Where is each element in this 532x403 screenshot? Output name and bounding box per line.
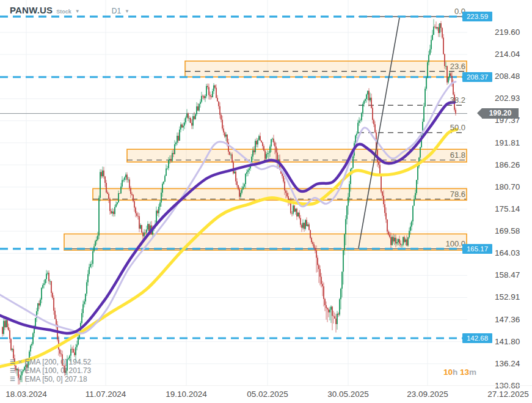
price-tick: 214.04 (495, 50, 520, 59)
indicator-label: EMA [50, 0] 207.18 (25, 375, 87, 383)
indicator-label: EMA [100, 0] 201.73 (25, 366, 92, 375)
date-tick: 23.09.2025 (407, 390, 448, 399)
price-tick: 136.24 (495, 359, 520, 368)
fib-level-label: 50.0 (429, 123, 465, 132)
symbol-dropdown-caret-icon[interactable]: ▼ (75, 9, 80, 14)
countdown-segment: m (469, 368, 476, 377)
fib-level-label: 0.0 (429, 7, 465, 16)
date-tick: 11.07.2024 (86, 390, 126, 399)
countdown-segment: 10 (443, 368, 453, 377)
price-tick: 164.03 (495, 248, 520, 257)
fib-level-label: 23.6 (429, 62, 465, 71)
ema-lines-layer (0, 82, 457, 367)
chart-plot-area[interactable]: PANW.US Stock ▼ D1 ▼ 0.023.638.250.061.8… (0, 0, 467, 385)
fib-level-label: 100.0 (429, 239, 465, 248)
date-tick: 18.03.2024 (5, 390, 47, 399)
time-axis[interactable]: 18.03.202411.07.202419.10.202405.02.2025… (0, 385, 532, 403)
price-tick: 202.93 (495, 94, 520, 103)
price-tick: 141.80 (495, 337, 520, 346)
price-tick: 147.36 (495, 315, 520, 324)
indicator-label: EMA [200, 0] 194.52 (25, 358, 92, 366)
date-tick: 27.12.2025 (487, 390, 529, 399)
indicator-remove-icon[interactable]: ✕ (18, 377, 23, 382)
timeframe-dropdown-caret-icon[interactable]: ▼ (125, 9, 129, 14)
indicator-settings-icon[interactable]: ☰ (10, 359, 15, 365)
price-line-tag: 142.68 (462, 333, 492, 343)
fib-level-label: 38.2 (429, 95, 465, 105)
chart-header: PANW.US Stock ▼ D1 ▼ (10, 5, 129, 15)
price-tick: 186.26 (495, 160, 520, 169)
fib-level-label: 78.6 (429, 190, 465, 199)
price-tick: 169.58 (495, 226, 520, 235)
price-tick: 152.91 (495, 292, 520, 301)
trading-platform-window: PANW.US Stock ▼ D1 ▼ 0.023.638.250.061.8… (0, 0, 532, 403)
instrument-type-label: Stock (56, 9, 71, 15)
countdown-segment: 13 (460, 368, 469, 377)
candle-countdown-timer: 10h 13m (443, 368, 476, 377)
indicator-remove-icon[interactable]: ✕ (18, 360, 23, 365)
price-tick: 175.14 (495, 204, 520, 213)
price-tick: 180.70 (495, 182, 520, 191)
indicator-settings-icon[interactable]: ☰ (10, 368, 15, 374)
ema-50-line (0, 82, 456, 334)
date-tick: 19.10.2024 (166, 390, 207, 399)
price-line-tag: 165.17 (462, 244, 492, 254)
date-tick: 05.02.2025 (247, 390, 288, 399)
symbol-label[interactable]: PANW.US (10, 5, 53, 15)
indicator-legend: ☰✕EMA [200, 0] 194.52☰✕EMA [100, 0] 201.… (10, 358, 91, 383)
indicator-legend-row: ☰✕EMA [200, 0] 194.52 (10, 358, 91, 366)
current-price-tag: 199.20 (482, 108, 519, 119)
countdown-segment: h (453, 368, 460, 377)
price-line-tag: 208.37 (462, 72, 492, 82)
fib-level-label: 61.8 (429, 150, 465, 160)
fib-retracement-lines (64, 17, 466, 249)
indicator-settings-icon[interactable]: ☰ (10, 376, 15, 382)
timeframe-selector[interactable]: D1 (112, 7, 121, 15)
price-tick: 158.47 (495, 270, 520, 279)
price-chart[interactable] (0, 0, 467, 385)
price-tick: 208.48 (495, 72, 520, 81)
price-line-tag: 223.59 (462, 12, 492, 21)
price-axis[interactable]: 219.60214.04208.48202.93197.37191.81186.… (467, 0, 532, 385)
date-tick: 30.05.2025 (327, 390, 369, 399)
indicator-legend-row: ☰✕EMA [100, 0] 201.73 (10, 366, 91, 375)
indicator-legend-row: ☰✕EMA [50, 0] 207.18 (10, 375, 91, 383)
price-tick: 191.81 (495, 138, 520, 147)
indicator-remove-icon[interactable]: ✕ (18, 368, 23, 374)
price-tick: 219.60 (495, 28, 520, 37)
